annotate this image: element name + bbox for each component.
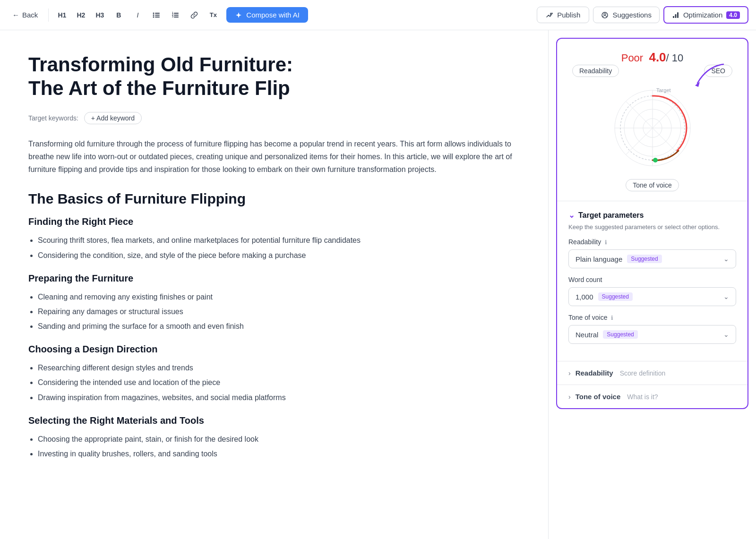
list-3: Researching different design styles and … <box>38 361 520 404</box>
list-item: Repairing any damages or structural issu… <box>38 305 520 318</box>
svg-rect-7 <box>174 15 179 16</box>
ol-button[interactable]: 1 2 3 <box>168 8 183 23</box>
intro-paragraph: Transforming old furniture through the p… <box>28 137 520 176</box>
header-right-actions: Publish Suggestions Optimization 4.0 <box>537 6 748 24</box>
suggestions-button[interactable]: Suggestions <box>593 7 660 23</box>
seo-label: SEO <box>704 65 732 77</box>
svg-rect-16 <box>677 12 679 18</box>
h2-button[interactable]: H2 <box>73 8 88 23</box>
wordcount-param-label: Word count <box>568 276 602 283</box>
back-button[interactable]: ← Back <box>8 8 43 22</box>
ul-button[interactable] <box>149 8 164 23</box>
svg-point-28 <box>653 158 658 163</box>
readability-select[interactable]: Plain language Suggested ⌄ <box>568 249 736 268</box>
score-number: 4.0 <box>649 50 666 64</box>
link-icon <box>190 11 198 19</box>
list-item: Considering the condition, size, and sty… <box>38 249 520 262</box>
list-1: Scouring thrift stores, flea markets, an… <box>38 234 520 261</box>
svg-point-4 <box>153 14 155 16</box>
list-item: Cleaning and removing any existing finis… <box>38 291 520 303</box>
radar-chart: Target <box>605 81 700 175</box>
svg-rect-2 <box>155 17 160 17</box>
score-display: Poor 4.0/ 10 <box>568 50 736 65</box>
tone-section-sub: What is it? <box>627 393 658 401</box>
bold-button[interactable]: B <box>111 8 126 23</box>
tone-select-value: Neutral Suggested <box>576 330 638 339</box>
main-layout: Transforming Old Furniture: The Art of t… <box>0 30 756 539</box>
wordcount-suggested-badge: Suggested <box>598 292 633 301</box>
svg-text:3: 3 <box>172 15 173 18</box>
wordcount-select[interactable]: 1,000 Suggested ⌄ <box>568 287 736 306</box>
wordcount-param-label-container: Word count <box>568 276 736 283</box>
tone-row-chevron-icon: › <box>568 393 571 401</box>
wordcount-value-text: 1,000 <box>576 293 593 301</box>
svg-rect-15 <box>675 14 676 18</box>
list-item: Choosing the appropriate paint, stain, o… <box>38 433 520 445</box>
clear-format-button[interactable]: Tx <box>206 8 221 23</box>
ul-icon <box>153 11 160 19</box>
suggestions-icon <box>601 11 609 19</box>
score-subsections: › Readability Score definition › Tone of… <box>557 361 747 408</box>
back-label: Back <box>22 11 38 19</box>
readability-label: Readability <box>572 65 619 77</box>
toolbar-divider <box>48 9 49 22</box>
section-h3-3: Choosing a Design Direction <box>28 344 520 355</box>
svg-text:Target: Target <box>656 87 671 93</box>
back-icon: ← <box>12 11 19 19</box>
tone-info-icon: ℹ <box>611 315 613 321</box>
optimization-label: Optimization <box>683 11 722 19</box>
list-item: Scouring thrift stores, flea markets, an… <box>38 234 520 247</box>
add-keyword-button[interactable]: + Add keyword <box>84 112 142 124</box>
keywords-label: Target keywords: <box>28 114 78 122</box>
sidebar: Poor 4.0/ 10 Readability SEO <box>548 30 756 539</box>
tone-select[interactable]: Neutral Suggested ⌄ <box>568 325 736 344</box>
target-params-header[interactable]: ⌄ Target parameters <box>568 211 736 220</box>
publish-label: Publish <box>557 11 580 19</box>
italic-button[interactable]: I <box>130 8 145 23</box>
tone-value-text: Neutral <box>576 331 598 339</box>
tone-of-voice-label-container: Tone of voice <box>568 181 736 193</box>
editor-area[interactable]: Transforming Old Furniture: The Art of t… <box>0 30 548 539</box>
readability-value-text: Plain language <box>576 255 622 263</box>
readability-param-label-container: Readability ℹ <box>568 238 736 246</box>
readability-score-row[interactable]: › Readability Score definition <box>557 361 747 385</box>
tone-chevron-icon: ⌄ <box>723 331 729 338</box>
list-4: Choosing the appropriate paint, stain, o… <box>38 433 520 460</box>
readability-chevron-icon: ⌄ <box>723 255 729 263</box>
svg-point-13 <box>604 13 606 15</box>
tone-param-label-container: Tone of voice ℹ <box>568 314 736 321</box>
tone-suggested-badge: Suggested <box>603 330 637 339</box>
readability-row-chevron-icon: › <box>568 369 571 377</box>
score-quality-label: Poor <box>621 52 643 64</box>
add-keyword-label: + Add keyword <box>91 114 135 122</box>
readability-section-sub: Score definition <box>620 369 666 377</box>
section-h2-1: The Basics of Furniture Flipping <box>28 191 520 207</box>
target-params-title: Target parameters <box>578 211 644 220</box>
h1-button[interactable]: H1 <box>54 8 69 23</box>
list-item: Sanding and priming the surface for a sm… <box>38 320 520 333</box>
publish-icon <box>546 11 553 19</box>
h3-button[interactable]: H3 <box>92 8 107 23</box>
publish-button[interactable]: Publish <box>537 7 589 23</box>
readability-suggested-badge: Suggested <box>627 255 662 263</box>
article-title: Transforming Old Furniture: The Art of t… <box>28 53 520 101</box>
section-h3-2: Preparing the Furniture <box>28 273 520 284</box>
svg-rect-1 <box>155 15 160 16</box>
tone-score-row[interactable]: › Tone of voice What is it? <box>557 385 747 408</box>
compose-ai-button[interactable]: Compose with AI <box>226 7 308 23</box>
link-button[interactable] <box>187 8 202 23</box>
score-denominator: / 10 <box>666 52 684 64</box>
ai-icon <box>235 11 242 19</box>
section-h3-1: Finding the Right Piece <box>28 216 520 227</box>
header: ← Back H1 H2 H3 B I 1 2 3 Tx <box>0 0 756 30</box>
svg-rect-0 <box>155 13 160 14</box>
tone-of-voice-label: Tone of voice <box>626 179 679 191</box>
readability-param-label: Readability <box>568 238 601 246</box>
readability-section-title: Readability <box>576 369 613 377</box>
target-parameters-section: ⌄ Target parameters Keep the suggested p… <box>557 201 747 361</box>
optimization-button[interactable]: Optimization 4.0 <box>663 6 748 24</box>
readability-select-value: Plain language Suggested <box>576 255 662 263</box>
tone-section-title: Tone of voice <box>576 393 621 401</box>
tone-param-label: Tone of voice <box>568 314 608 321</box>
target-params-subtitle: Keep the suggested parameters or select … <box>568 223 736 231</box>
